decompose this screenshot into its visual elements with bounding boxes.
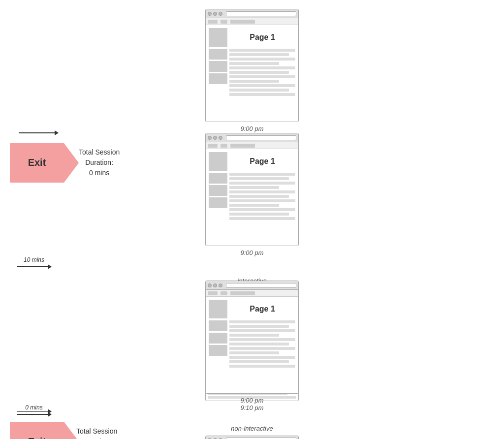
titlebar2 <box>206 133 298 142</box>
title-area4: Page 1 <box>229 300 295 318</box>
content-row-2 <box>209 173 295 220</box>
content2 <box>229 173 295 220</box>
diagram-container: Page 1 <box>0 0 504 439</box>
btn1 <box>208 283 212 287</box>
title-row4: Page 1 <box>209 300 295 318</box>
title-row2: Page 1 <box>209 152 295 171</box>
line3 <box>229 329 295 332</box>
line5 <box>229 66 295 69</box>
browser-content4: Page 1 <box>206 297 298 393</box>
tb2 <box>220 291 227 295</box>
row3-arrow-label: 0 mins <box>17 404 51 411</box>
row1-timestamp1: 9:00 pm <box>241 125 264 132</box>
row3-browser2: Event Clicked ☞ <box>205 436 299 439</box>
row3-timestamp1: 9:00 pm <box>241 397 264 404</box>
line9 <box>229 208 295 211</box>
line11 <box>229 217 295 220</box>
content-row-1 <box>209 49 295 96</box>
sb3 <box>209 73 227 84</box>
line6 <box>229 343 289 345</box>
toolbar2 <box>206 142 298 149</box>
sb2 <box>209 185 227 196</box>
browser-content: Page 1 <box>206 25 298 122</box>
row-3: Page 1 <box>10 281 494 439</box>
sb1 <box>209 173 227 184</box>
line10 <box>229 213 289 216</box>
row3-browser1: Page 1 <box>205 281 299 394</box>
row3-arrow-line <box>17 414 51 415</box>
line7 <box>229 199 295 202</box>
line2 <box>229 177 289 180</box>
tb3 <box>230 144 255 148</box>
row2-arrow1-container: 10 mins <box>17 256 487 267</box>
line4 <box>229 186 279 189</box>
row2-arrow-label: 10 mins <box>17 256 51 263</box>
content4 <box>229 320 295 368</box>
btn3 <box>219 283 222 287</box>
line4 <box>229 334 279 337</box>
line6 <box>229 71 289 74</box>
line8 <box>229 351 279 354</box>
sidebar4 <box>209 320 227 368</box>
addressbar <box>226 283 296 288</box>
row3-event-col: non-interactive <box>10 425 494 439</box>
titlebar5 <box>206 436 298 439</box>
titlebar4 <box>206 281 298 290</box>
btn1 <box>208 12 212 16</box>
sidebar-top2 <box>209 152 227 171</box>
btn2 <box>213 136 217 140</box>
line5 <box>229 190 295 193</box>
row3-page1-title: Page 1 <box>250 305 275 314</box>
line9 <box>229 356 295 359</box>
line1 <box>229 320 295 323</box>
tb3 <box>230 291 255 295</box>
row3-browser-label: non-interactive <box>231 425 273 434</box>
sb1 <box>209 49 227 60</box>
browser-content2: Page 1 <box>206 149 298 246</box>
line7 <box>229 347 295 350</box>
sb1 <box>209 320 227 331</box>
title-area2: Page 1 <box>229 152 295 171</box>
row2-page1-title: Page 1 <box>250 157 275 166</box>
row3-arrow1-container: 0 mins <box>17 404 487 415</box>
row1-browser: Page 1 <box>205 9 299 122</box>
row3-page1-col: Page 1 <box>10 281 494 404</box>
line9 <box>229 84 295 87</box>
row3-arrow1: 0 mins <box>17 404 51 415</box>
addressbar <box>226 11 296 16</box>
row2-arrow-line <box>17 266 51 267</box>
toolbar <box>206 18 298 25</box>
line8 <box>229 204 279 207</box>
line10 <box>229 89 289 92</box>
sidebar2 <box>209 173 227 220</box>
page1-title: Page 1 <box>250 33 275 42</box>
toolbar4 <box>206 290 298 297</box>
content-row-4 <box>209 320 295 368</box>
line5 <box>229 338 295 341</box>
btn1 <box>208 136 212 140</box>
line3 <box>229 182 295 185</box>
sb2 <box>209 333 227 344</box>
btn2 <box>213 283 217 287</box>
addressbar <box>226 135 296 140</box>
sb2 <box>209 61 227 72</box>
tb1 <box>208 20 218 24</box>
tb2 <box>220 144 227 148</box>
sidebar <box>209 49 227 96</box>
line2 <box>229 53 289 56</box>
row1-page1-col: Page 1 <box>10 9 494 132</box>
btn2 <box>213 12 217 16</box>
line7 <box>229 75 295 78</box>
row2-timestamp1: 9:00 pm <box>241 249 264 256</box>
content <box>229 49 295 96</box>
line4 <box>229 62 279 65</box>
line11 <box>229 365 295 368</box>
btn3 <box>219 12 222 16</box>
sidebar-top4 <box>209 300 227 318</box>
tb2 <box>220 20 227 24</box>
line8 <box>229 80 279 83</box>
btn3 <box>219 136 222 140</box>
line1 <box>229 173 295 176</box>
title-area: Page 1 <box>229 28 295 47</box>
row2-arrow1: 10 mins <box>17 256 51 267</box>
